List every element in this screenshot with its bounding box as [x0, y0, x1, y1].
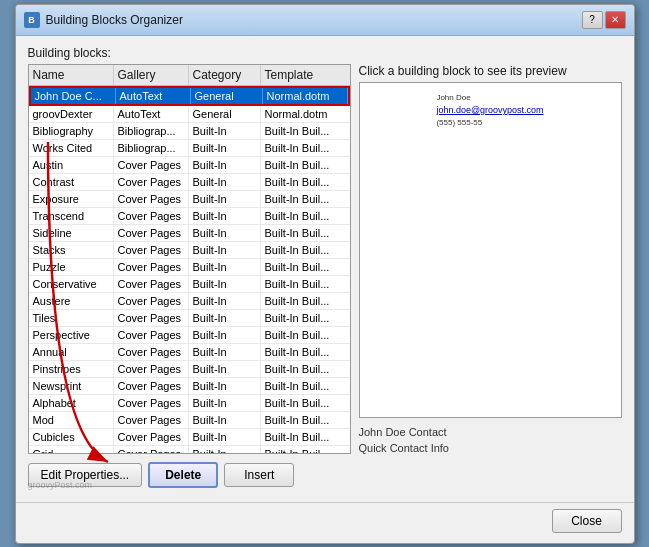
table-row[interactable]: ModCover PagesBuilt-InBuilt-In Buil...	[29, 412, 350, 429]
table-cell-category: Built-In	[189, 174, 261, 190]
dialog-footer: Close	[16, 502, 634, 543]
title-buttons: ? ✕	[582, 11, 626, 29]
table-cell-category: Built-In	[189, 276, 261, 292]
table-cell-gallery: Cover Pages	[114, 293, 189, 309]
table-cell-gallery: Cover Pages	[114, 242, 189, 258]
table-cell-template: Built-In Buil...	[261, 429, 346, 445]
col-header-gallery[interactable]: Gallery	[114, 65, 189, 85]
table-cell-name: John Doe C...	[31, 88, 116, 104]
table-cell-name: Pinstripes	[29, 361, 114, 377]
table-cell-gallery: Cover Pages	[114, 310, 189, 326]
table-cell-gallery: Cover Pages	[114, 174, 189, 190]
table-cell-template: Built-In Buil...	[261, 446, 346, 454]
preview-box: John Doe john.doe@groovypost.com (555) 5…	[359, 82, 622, 418]
table-cell-name: Mod	[29, 412, 114, 428]
right-panel: Click a building block to see its previe…	[359, 64, 622, 454]
table-row[interactable]: ContrastCover PagesBuilt-InBuilt-In Buil…	[29, 174, 350, 191]
dialog-icon: B	[24, 12, 40, 28]
table-cell-category: Built-In	[189, 446, 261, 454]
table-cell-category: Built-In	[189, 429, 261, 445]
table-cell-category: Built-In	[189, 310, 261, 326]
table-cell-template: Built-In Buil...	[261, 361, 346, 377]
preview-email: john.doe@groovypost.com	[436, 105, 543, 117]
col-header-template[interactable]: Template	[261, 65, 346, 85]
table-cell-name: Stacks	[29, 242, 114, 258]
table-cell-gallery: Cover Pages	[114, 378, 189, 394]
table-row[interactable]: AustinCover PagesBuilt-InBuilt-In Buil..…	[29, 157, 350, 174]
table-cell-template: Built-In Buil...	[261, 276, 346, 292]
table-cell-template: Built-In Buil...	[261, 191, 346, 207]
table-row[interactable]: NewsprintCover PagesBuilt-InBuilt-In Bui…	[29, 378, 350, 395]
table-cell-name: Works Cited	[29, 140, 114, 156]
table-cell-template: Built-In Buil...	[261, 412, 346, 428]
table-cell-category: Built-In	[189, 293, 261, 309]
watermark: groovyPost.com	[28, 480, 93, 490]
left-panel: Name Gallery Category Template John Doe …	[28, 64, 351, 454]
col-header-name[interactable]: Name	[29, 65, 114, 85]
table-row[interactable]: John Doe C...AutoTextGeneralNormal.dotm	[29, 86, 350, 106]
table-header: Name Gallery Category Template	[29, 65, 350, 86]
table-cell-name: Austin	[29, 157, 114, 173]
table-cell-template: Built-In Buil...	[261, 293, 346, 309]
table-row[interactable]: PinstripesCover PagesBuilt-InBuilt-In Bu…	[29, 361, 350, 378]
title-bar-left: B Building Blocks Organizer	[24, 12, 183, 28]
table-cell-template: Normal.dotm	[263, 88, 348, 104]
table-cell-name: Austere	[29, 293, 114, 309]
table-row[interactable]: TranscendCover PagesBuilt-InBuilt-In Bui…	[29, 208, 350, 225]
table-row[interactable]: ConservativeCover PagesBuilt-InBuilt-In …	[29, 276, 350, 293]
table-row[interactable]: GridCover PagesBuilt-InBuilt-In Buil...	[29, 446, 350, 454]
table-cell-name: Tiles	[29, 310, 114, 326]
table-row[interactable]: AustereCover PagesBuilt-InBuilt-In Buil.…	[29, 293, 350, 310]
table-row[interactable]: groovDexterAutoTextGeneralNormal.dotm	[29, 106, 350, 123]
table-row[interactable]: StacksCover PagesBuilt-InBuilt-In Buil..…	[29, 242, 350, 259]
table-row[interactable]: ExposureCover PagesBuilt-InBuilt-In Buil…	[29, 191, 350, 208]
insert-button[interactable]: Insert	[224, 463, 294, 487]
delete-button[interactable]: Delete	[148, 462, 218, 488]
info-block-name: John Doe Contact	[359, 426, 622, 438]
table-cell-name: Exposure	[29, 191, 114, 207]
table-cell-gallery: Cover Pages	[114, 429, 189, 445]
table-row[interactable]: CubiclesCover PagesBuilt-InBuilt-In Buil…	[29, 429, 350, 446]
col-header-category[interactable]: Category	[189, 65, 261, 85]
title-close-button[interactable]: ✕	[605, 11, 626, 29]
table-cell-template: Built-In Buil...	[261, 225, 346, 241]
dialog-title: Building Blocks Organizer	[46, 13, 183, 27]
table-cell-category: General	[191, 88, 263, 104]
table-cell-name: Alphabet	[29, 395, 114, 411]
table-cell-name: Conservative	[29, 276, 114, 292]
preview-name: John Doe	[436, 93, 543, 103]
table-cell-template: Built-In Buil...	[261, 310, 346, 326]
building-blocks-dialog: B Building Blocks Organizer ? ✕ Building…	[15, 4, 635, 544]
table-cell-name: groovDexter	[29, 106, 114, 122]
dialog-content: Building blocks: Name Gallery Category T…	[16, 36, 634, 498]
table-cell-gallery: AutoText	[114, 106, 189, 122]
table-cell-template: Built-In Buil...	[261, 378, 346, 394]
table-cell-category: Built-In	[189, 378, 261, 394]
table-cell-category: Built-In	[189, 208, 261, 224]
table-row[interactable]: Works CitedBibliograp...Built-InBuilt-In…	[29, 140, 350, 157]
table-row[interactable]: PerspectiveCover PagesBuilt-InBuilt-In B…	[29, 327, 350, 344]
table-cell-name: Bibliography	[29, 123, 114, 139]
table-row[interactable]: AnnualCover PagesBuilt-InBuilt-In Buil..…	[29, 344, 350, 361]
preview-phone: (555) 555-55	[436, 118, 543, 128]
table-cell-template: Built-In Buil...	[261, 327, 346, 343]
table-row[interactable]: PuzzleCover PagesBuilt-InBuilt-In Buil..…	[29, 259, 350, 276]
table-cell-gallery: Cover Pages	[114, 276, 189, 292]
table-row[interactable]: BibliographyBibliograp...Built-InBuilt-I…	[29, 123, 350, 140]
table-cell-gallery: Cover Pages	[114, 208, 189, 224]
table-cell-name: Cubicles	[29, 429, 114, 445]
table-cell-category: Built-In	[189, 344, 261, 360]
table-cell-template: Built-In Buil...	[261, 140, 346, 156]
table-cell-category: Built-In	[189, 412, 261, 428]
table-row[interactable]: AlphabetCover PagesBuilt-InBuilt-In Buil…	[29, 395, 350, 412]
table-row[interactable]: SidelineCover PagesBuilt-InBuilt-In Buil…	[29, 225, 350, 242]
table-row[interactable]: TilesCover PagesBuilt-InBuilt-In Buil...	[29, 310, 350, 327]
table-cell-category: Built-In	[189, 259, 261, 275]
close-button[interactable]: Close	[552, 509, 622, 533]
help-button[interactable]: ?	[582, 11, 603, 29]
table-cell-template: Normal.dotm	[261, 106, 346, 122]
table-cell-category: General	[189, 106, 261, 122]
table-container[interactable]: Name Gallery Category Template John Doe …	[28, 64, 351, 454]
table-cell-name: Annual	[29, 344, 114, 360]
table-cell-gallery: Cover Pages	[114, 259, 189, 275]
